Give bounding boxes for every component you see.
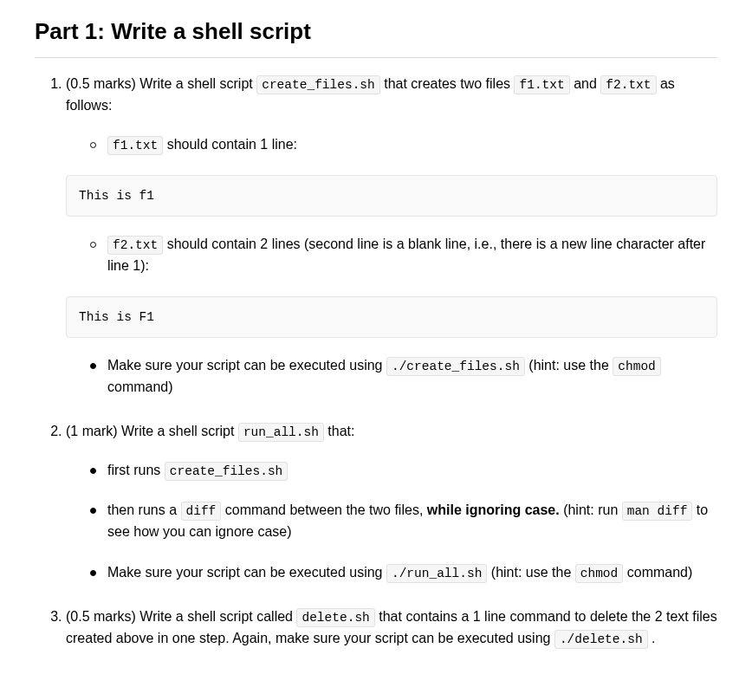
text: (hint: use the: [525, 358, 613, 373]
bold-text: while ignoring case.: [427, 502, 560, 517]
sublist-item: Make sure your script can be executed us…: [90, 562, 717, 584]
code-block: This is f1: [66, 175, 717, 217]
inline-code: f1.txt: [514, 75, 569, 94]
inline-code: f2.txt: [600, 75, 656, 94]
sublist-item: f1.txt should contain 1 line:: [90, 134, 717, 156]
text: Write a shell script called: [139, 609, 296, 624]
inline-code: ./delete.sh: [554, 630, 648, 649]
sublist-item: Make sure your script can be executed us…: [90, 355, 717, 399]
subitem-text: f1.txt should contain 1 line:: [107, 134, 717, 156]
inline-code: ./create_files.sh: [386, 357, 525, 376]
sublist: Make sure your script can be executed us…: [66, 355, 717, 399]
inline-code: ./run_all.sh: [386, 564, 487, 583]
inline-code: man diff: [622, 502, 693, 521]
subitem-text: Make sure your script can be executed us…: [107, 562, 717, 584]
inline-code: f2.txt: [107, 236, 163, 255]
marks-label: (0.5 marks): [66, 609, 136, 624]
text: first runs: [107, 463, 165, 477]
text: Make sure your script can be executed us…: [107, 358, 386, 373]
inline-code: run_all.sh: [238, 423, 324, 442]
inline-code: delete.sh: [296, 608, 374, 627]
subitem-text: Make sure your script can be executed us…: [107, 355, 717, 399]
marks-label: (0.5 marks): [66, 76, 136, 91]
question-1-text: (0.5 marks) Write a shell script create_…: [66, 74, 717, 117]
question-2: (1 mark) Write a shell script run_all.sh…: [66, 421, 717, 584]
inline-code: chmod: [575, 564, 624, 583]
code-block: This is F1: [66, 296, 717, 338]
question-2-text: (1 mark) Write a shell script run_all.sh…: [66, 421, 717, 443]
text: command between the two files,: [221, 502, 426, 517]
sublist: f2.txt should contain 2 lines (second li…: [66, 234, 717, 277]
text: (hint: run: [560, 502, 622, 517]
text: should contain 1 line:: [163, 137, 297, 152]
text: and: [570, 76, 601, 91]
text: then runs a: [107, 502, 181, 517]
text: Make sure your script can be executed us…: [107, 565, 386, 580]
text: that:: [324, 424, 355, 438]
inline-code: diff: [181, 502, 222, 521]
subitem-text: then runs a diff command between the two…: [107, 500, 717, 543]
inline-code: create_files.sh: [256, 75, 380, 94]
text: command): [623, 565, 692, 580]
question-3-text: (0.5 marks) Write a shell script called …: [66, 606, 717, 650]
text: .: [648, 631, 656, 645]
sublist: f1.txt should contain 1 line:: [66, 134, 717, 156]
question-list: (0.5 marks) Write a shell script create_…: [35, 74, 717, 649]
question-3: (0.5 marks) Write a shell script called …: [66, 606, 717, 650]
text: should contain 2 lines (second line is a…: [107, 237, 705, 273]
inline-code: chmod: [613, 357, 661, 376]
inline-code: create_files.sh: [165, 462, 288, 481]
text: that creates two files: [380, 76, 515, 91]
sublist-item: then runs a diff command between the two…: [90, 500, 717, 543]
sublist-item: f2.txt should contain 2 lines (second li…: [90, 234, 717, 277]
section-title: Part 1: Write a shell script: [35, 14, 717, 58]
sublist: first runs create_files.sh then runs a d…: [66, 460, 717, 584]
inline-code: f1.txt: [107, 136, 163, 155]
marks-label: (1 mark): [66, 424, 118, 438]
sublist-item: first runs create_files.sh: [90, 460, 717, 482]
subitem-text: first runs create_files.sh: [107, 460, 717, 482]
question-1: (0.5 marks) Write a shell script create_…: [66, 74, 717, 399]
text: command): [107, 379, 173, 394]
text: Write a shell script: [121, 424, 238, 438]
subitem-text: f2.txt should contain 2 lines (second li…: [107, 234, 717, 277]
text: (hint: use the: [487, 565, 574, 580]
text: Write a shell script: [139, 76, 256, 91]
